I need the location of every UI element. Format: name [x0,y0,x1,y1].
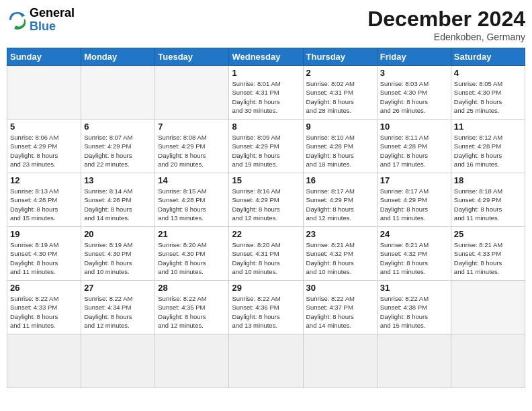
table-row [81,66,155,120]
day-info: Sunrise: 8:17 AM Sunset: 4:29 PM Dayligh… [306,187,374,222]
day-info: Sunrise: 8:09 AM Sunset: 4:29 PM Dayligh… [232,133,300,169]
day-info: Sunrise: 8:03 AM Sunset: 4:30 PM Dayligh… [380,79,448,115]
weekday-header-row: Sunday Monday Tuesday Wednesday Thursday… [7,48,525,66]
day-number: 17 [380,175,448,185]
table-row: 18Sunrise: 8:18 AM Sunset: 4:29 PM Dayli… [451,173,525,227]
day-info: Sunrise: 8:22 AM Sunset: 4:37 PM Dayligh… [306,294,374,330]
day-info: Sunrise: 8:21 AM Sunset: 4:32 PM Dayligh… [380,240,448,276]
table-row: 11Sunrise: 8:12 AM Sunset: 4:28 PM Dayli… [451,120,525,173]
day-info: Sunrise: 8:21 AM Sunset: 4:33 PM Dayligh… [454,240,522,276]
calendar-row: 19Sunrise: 8:19 AM Sunset: 4:30 PM Dayli… [7,227,525,281]
header-tuesday: Tuesday [155,48,229,66]
calendar-row: 26Sunrise: 8:22 AM Sunset: 4:33 PM Dayli… [7,281,525,334]
day-number: 5 [10,122,78,132]
day-number: 4 [454,68,522,78]
day-number: 7 [158,122,226,132]
day-info: Sunrise: 8:17 AM Sunset: 4:29 PM Dayligh… [380,187,448,222]
day-info: Sunrise: 8:01 AM Sunset: 4:31 PM Dayligh… [232,79,300,115]
day-number: 13 [84,175,152,185]
table-row [81,334,155,388]
table-row: 13Sunrise: 8:14 AM Sunset: 4:28 PM Dayli… [81,173,155,227]
day-number: 25 [454,229,522,239]
day-info: Sunrise: 8:08 AM Sunset: 4:29 PM Dayligh… [158,133,226,169]
table-row: 28Sunrise: 8:22 AM Sunset: 4:35 PM Dayli… [155,281,229,334]
day-number: 6 [84,122,152,132]
table-row: 3Sunrise: 8:03 AM Sunset: 4:30 PM Daylig… [377,66,451,120]
day-number: 31 [380,283,448,293]
table-row: 20Sunrise: 8:19 AM Sunset: 4:30 PM Dayli… [81,227,155,281]
day-info: Sunrise: 8:15 AM Sunset: 4:28 PM Dayligh… [158,187,226,222]
day-info: Sunrise: 8:19 AM Sunset: 4:30 PM Dayligh… [10,240,78,276]
header-saturday: Saturday [451,48,525,66]
table-row: 7Sunrise: 8:08 AM Sunset: 4:29 PM Daylig… [155,120,229,173]
logo: General Blue [7,7,75,34]
day-number: 27 [84,283,152,293]
header-wednesday: Wednesday [229,48,303,66]
day-info: Sunrise: 8:11 AM Sunset: 4:28 PM Dayligh… [380,133,448,169]
day-number: 22 [232,229,300,239]
day-info: Sunrise: 8:13 AM Sunset: 4:28 PM Dayligh… [10,187,78,222]
table-row [303,334,377,388]
day-info: Sunrise: 8:06 AM Sunset: 4:29 PM Dayligh… [10,133,78,169]
day-number: 3 [380,68,448,78]
day-number: 18 [454,175,522,185]
calendar-table: Sunday Monday Tuesday Wednesday Thursday… [7,48,525,388]
table-row: 30Sunrise: 8:22 AM Sunset: 4:37 PM Dayli… [303,281,377,334]
day-number: 12 [10,175,78,185]
table-row [377,334,451,388]
table-row: 9Sunrise: 8:10 AM Sunset: 4:28 PM Daylig… [303,120,377,173]
table-row: 16Sunrise: 8:17 AM Sunset: 4:29 PM Dayli… [303,173,377,227]
title-block: December 2024 Edenkoben, Germany [367,7,525,42]
logo-blue: Blue [30,20,75,34]
table-row [7,334,81,388]
calendar-row [7,334,525,388]
table-row: 27Sunrise: 8:22 AM Sunset: 4:34 PM Dayli… [81,281,155,334]
table-row [155,66,229,120]
day-number: 16 [306,175,374,185]
day-number: 14 [158,175,226,185]
header-sunday: Sunday [7,48,81,66]
day-info: Sunrise: 8:22 AM Sunset: 4:34 PM Dayligh… [84,294,152,330]
day-number: 23 [306,229,374,239]
day-info: Sunrise: 8:10 AM Sunset: 4:28 PM Dayligh… [306,133,374,169]
table-row: 12Sunrise: 8:13 AM Sunset: 4:28 PM Dayli… [7,173,81,227]
day-info: Sunrise: 8:16 AM Sunset: 4:29 PM Dayligh… [232,187,300,222]
table-row: 14Sunrise: 8:15 AM Sunset: 4:28 PM Dayli… [155,173,229,227]
day-number: 26 [10,283,78,293]
table-row: 21Sunrise: 8:20 AM Sunset: 4:30 PM Dayli… [155,227,229,281]
table-row: 29Sunrise: 8:22 AM Sunset: 4:36 PM Dayli… [229,281,303,334]
table-row [7,66,81,120]
day-info: Sunrise: 8:07 AM Sunset: 4:29 PM Dayligh… [84,133,152,169]
day-number: 30 [306,283,374,293]
table-row: 4Sunrise: 8:05 AM Sunset: 4:30 PM Daylig… [451,66,525,120]
table-row: 6Sunrise: 8:07 AM Sunset: 4:29 PM Daylig… [81,120,155,173]
day-number: 29 [232,283,300,293]
day-number: 21 [158,229,226,239]
day-info: Sunrise: 8:20 AM Sunset: 4:30 PM Dayligh… [158,240,226,276]
table-row: 2Sunrise: 8:02 AM Sunset: 4:31 PM Daylig… [303,66,377,120]
day-number: 8 [232,122,300,132]
table-row: 24Sunrise: 8:21 AM Sunset: 4:32 PM Dayli… [377,227,451,281]
day-info: Sunrise: 8:22 AM Sunset: 4:38 PM Dayligh… [380,294,448,330]
day-info: Sunrise: 8:18 AM Sunset: 4:29 PM Dayligh… [454,187,522,222]
day-info: Sunrise: 8:05 AM Sunset: 4:30 PM Dayligh… [454,79,522,115]
table-row: 10Sunrise: 8:11 AM Sunset: 4:28 PM Dayli… [377,120,451,173]
day-info: Sunrise: 8:02 AM Sunset: 4:31 PM Dayligh… [306,79,374,115]
page-header: General Blue December 2024 Edenkoben, Ge… [7,7,525,42]
day-number: 2 [306,68,374,78]
day-number: 9 [306,122,374,132]
table-row: 1Sunrise: 8:01 AM Sunset: 4:31 PM Daylig… [229,66,303,120]
location: Edenkoben, Germany [367,32,525,42]
table-row [451,334,525,388]
table-row: 19Sunrise: 8:19 AM Sunset: 4:30 PM Dayli… [7,227,81,281]
day-number: 10 [380,122,448,132]
day-number: 15 [232,175,300,185]
table-row [451,281,525,334]
table-row: 17Sunrise: 8:17 AM Sunset: 4:29 PM Dayli… [377,173,451,227]
day-number: 28 [158,283,226,293]
header-thursday: Thursday [303,48,377,66]
table-row: 26Sunrise: 8:22 AM Sunset: 4:33 PM Dayli… [7,281,81,334]
day-info: Sunrise: 8:22 AM Sunset: 4:33 PM Dayligh… [10,294,78,330]
table-row: 22Sunrise: 8:20 AM Sunset: 4:31 PM Dayli… [229,227,303,281]
header-monday: Monday [81,48,155,66]
